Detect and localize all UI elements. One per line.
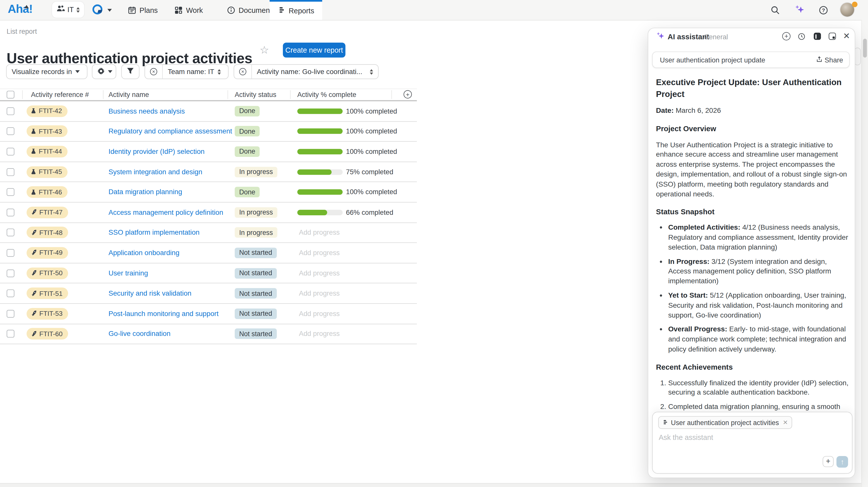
activity-name-link[interactable]: Security and risk validation <box>108 290 191 297</box>
activity-name-filter[interactable]: Activity name: Go-live coordinati... <box>234 64 379 79</box>
activity-status-badge[interactable]: Done <box>235 126 260 137</box>
send-button[interactable]: ↑ <box>837 456 848 467</box>
history-clock-icon[interactable] <box>798 33 806 41</box>
rocket-icon <box>30 290 37 297</box>
column-header-ref[interactable]: Activity reference # <box>31 91 89 98</box>
activity-name-link[interactable]: Application onboarding <box>108 249 180 257</box>
add-progress-placeholder[interactable]: Add progress <box>299 310 340 318</box>
activity-ref-badge[interactable]: FTIT-53 <box>26 308 68 319</box>
activity-name-link[interactable]: Post-launch monitoring and support <box>108 310 219 318</box>
close-icon[interactable]: ✕ <box>843 31 851 39</box>
activity-ref-badge[interactable]: FTIT-49 <box>26 247 68 259</box>
share-button[interactable]: Share <box>816 56 843 64</box>
row-checkbox[interactable] <box>6 188 14 196</box>
add-progress-placeholder[interactable]: Add progress <box>299 290 340 297</box>
search-icon[interactable] <box>771 5 780 17</box>
activity-status-badge[interactable]: Not started <box>235 309 277 319</box>
activity-ref-badge[interactable]: FTIT-46 <box>26 186 67 198</box>
activity-status-badge[interactable]: Done <box>235 106 260 116</box>
add-progress-placeholder[interactable]: Add progress <box>299 229 340 236</box>
activity-status-badge[interactable]: Not started <box>235 248 277 258</box>
activity-ref-badge[interactable]: FTIT-42 <box>26 105 67 117</box>
activity-status-badge[interactable]: In progress <box>235 227 277 238</box>
activity-ref-badge[interactable]: FTIT-48 <box>26 227 68 238</box>
aha-logo[interactable]: Aha! <box>8 2 32 15</box>
activity-ref-badge[interactable]: FTIT-43 <box>26 126 67 137</box>
activity-name-link[interactable]: Regulatory and compliance assessment <box>108 127 232 135</box>
create-new-report-button[interactable]: Create new report <box>283 42 345 57</box>
row-checkbox[interactable] <box>6 229 14 236</box>
activity-ref-badge[interactable]: FTIT-51 <box>26 288 68 299</box>
row-checkbox[interactable] <box>6 127 14 135</box>
activity-name-link[interactable]: Data migration planning <box>108 188 182 196</box>
favorite-star-icon[interactable]: ☆ <box>260 44 269 57</box>
select-all-checkbox[interactable] <box>6 91 14 98</box>
nav-item-document[interactable]: Document <box>227 0 272 20</box>
activity-status-badge[interactable]: Not started <box>235 329 277 339</box>
row-checkbox[interactable] <box>6 310 14 318</box>
panel-popout-icon[interactable] <box>829 33 836 40</box>
column-header-progress[interactable]: Activity % complete <box>297 91 356 98</box>
activity-ref-badge[interactable]: FTIT-60 <box>26 328 68 340</box>
activity-status-badge[interactable]: In progress <box>235 167 277 177</box>
activity-status-badge[interactable]: Done <box>235 187 260 197</box>
activity-name-link[interactable]: Business needs analysis <box>108 107 185 115</box>
row-checkbox[interactable] <box>6 208 14 216</box>
row-checkbox[interactable] <box>6 107 14 115</box>
remove-filter-icon[interactable] <box>150 68 157 75</box>
sort-ascending-icon[interactable] <box>25 5 29 8</box>
column-header-status[interactable]: Activity status <box>235 91 276 98</box>
add-progress-placeholder[interactable]: Add progress <box>299 269 340 277</box>
assistant-input-placeholder[interactable]: Ask the assistant <box>659 433 713 442</box>
workspace-selector[interactable]: IT <box>52 2 84 18</box>
visualize-records-dropdown[interactable]: Visualize records in <box>6 64 87 79</box>
new-chat-plus-icon[interactable] <box>782 32 790 40</box>
row-checkbox[interactable] <box>6 249 14 257</box>
report-update-card[interactable]: User authentication project update Share <box>652 52 850 68</box>
settings-gear-dropdown[interactable] <box>92 64 116 79</box>
chevron-updown-icon <box>76 7 80 12</box>
activity-name-link[interactable]: User training <box>108 269 148 277</box>
nav-item-work[interactable]: Work <box>174 0 203 20</box>
activity-name-link[interactable]: System integration and design <box>108 168 202 176</box>
help-icon[interactable]: ? <box>818 5 828 17</box>
activity-name-link[interactable]: Identity provider (IdP) selection <box>108 148 205 156</box>
row-checkbox[interactable] <box>6 168 14 176</box>
panel-filled-icon[interactable] <box>814 33 821 40</box>
activity-status-badge[interactable]: Not started <box>235 288 277 299</box>
activity-status-badge[interactable]: Not started <box>235 268 277 279</box>
attach-plus-button[interactable] <box>823 456 834 467</box>
workspace-logo-icon[interactable] <box>92 4 102 14</box>
row-checkbox[interactable] <box>6 330 14 338</box>
chip-remove-icon[interactable]: ✕ <box>783 419 788 426</box>
nav-item-plans[interactable]: Plans <box>128 0 158 20</box>
activity-name-link[interactable]: Go-live coordination <box>108 330 170 338</box>
assistant-composer[interactable]: User authentication project activities ✕… <box>652 412 852 474</box>
add-column-icon[interactable] <box>404 90 412 98</box>
activity-status-badge[interactable]: Done <box>235 146 260 157</box>
ai-sparkle-icon[interactable] <box>794 4 805 18</box>
row-checkbox[interactable] <box>6 269 14 277</box>
activity-name-link[interactable]: SSO platform implementation <box>108 229 200 236</box>
team-filter[interactable]: Team name: IT <box>145 64 229 79</box>
progress-label: 66% completed <box>346 208 394 216</box>
context-chip[interactable]: User authentication project activities ✕ <box>658 416 793 429</box>
filter-button[interactable] <box>121 64 140 79</box>
activity-ref-badge[interactable]: FTIT-47 <box>26 206 68 218</box>
nav-tab-reports-active[interactable]: Reports <box>270 0 322 20</box>
activity-status-badge[interactable]: In progress <box>235 207 277 218</box>
activity-name-link[interactable]: Access management policy definition <box>108 208 223 216</box>
activity-ref-badge[interactable]: FTIT-45 <box>26 166 67 177</box>
vertical-scrollbar-thumb[interactable] <box>863 39 867 58</box>
workspace-label: IT <box>67 5 74 14</box>
progress-bar <box>297 209 343 215</box>
chevron-updown-icon <box>218 69 221 74</box>
row-checkbox[interactable] <box>6 290 14 297</box>
add-progress-placeholder[interactable]: Add progress <box>299 330 340 338</box>
add-progress-placeholder[interactable]: Add progress <box>299 249 340 257</box>
activity-ref-badge[interactable]: FTIT-44 <box>26 146 67 157</box>
remove-filter-icon[interactable] <box>239 68 246 75</box>
column-header-name[interactable]: Activity name <box>108 91 149 98</box>
row-checkbox[interactable] <box>6 148 14 156</box>
activity-ref-badge[interactable]: FTIT-50 <box>26 267 68 279</box>
